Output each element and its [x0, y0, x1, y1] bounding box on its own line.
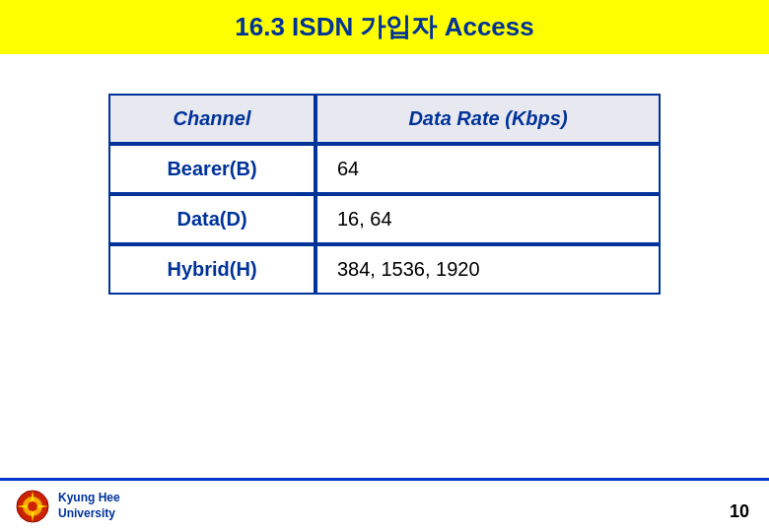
channel-data-d: Data(D)	[108, 194, 315, 244]
table-row: Data(D) 16, 64	[108, 194, 661, 244]
slide: 16.3 ISDN 가입자 Access Channel Data Rate (…	[0, 0, 769, 532]
footer: Kyung Hee University 10	[0, 478, 769, 532]
channel-hybrid: Hybrid(H)	[108, 244, 315, 295]
data-table: Channel Data Rate (Kbps) Bearer(B) 64 Da…	[108, 94, 661, 295]
slide-title: 16.3 ISDN 가입자 Access	[235, 12, 533, 41]
table-row: Hybrid(H) 384, 1536, 1920	[108, 244, 661, 295]
datarate-hybrid: 384, 1536, 1920	[315, 244, 661, 295]
university-name: Kyung Hee University	[58, 491, 120, 521]
title-bar: 16.3 ISDN 가입자 Access	[0, 0, 769, 54]
datarate-bearer: 64	[315, 144, 661, 194]
header-channel: Channel	[108, 94, 315, 144]
table-row: Bearer(B) 64	[108, 144, 661, 194]
page-number: 10	[730, 501, 749, 522]
svg-point-2	[28, 501, 37, 511]
table-header-row: Channel Data Rate (Kbps)	[108, 94, 661, 144]
channel-bearer: Bearer(B)	[108, 144, 315, 194]
datarate-data-d: 16, 64	[315, 194, 661, 244]
university-logo-icon	[15, 489, 50, 524]
header-datarate: Data Rate (Kbps)	[315, 94, 661, 144]
university-logo-area: Kyung Hee University	[15, 489, 120, 524]
